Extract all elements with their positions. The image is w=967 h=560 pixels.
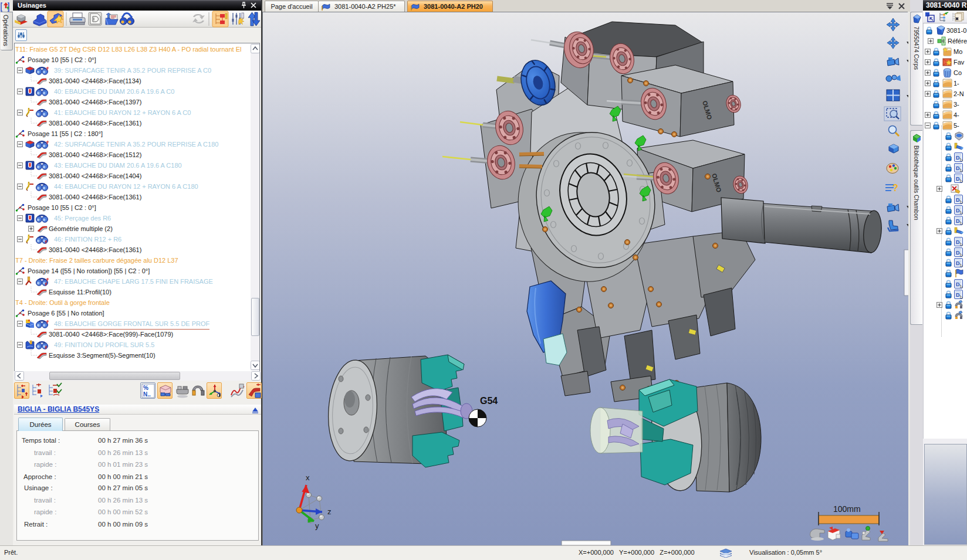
svg-text:?: ?	[892, 183, 898, 193]
svg-text:D: D	[956, 218, 960, 224]
svg-text:D: D	[956, 165, 960, 171]
svg-text:D: D	[956, 250, 960, 256]
svg-text:D: D	[956, 197, 960, 203]
svg-text:z: z	[327, 507, 332, 516]
svg-text:N..: N..	[143, 391, 151, 398]
svg-text:D: D	[956, 292, 960, 298]
svg-text:100mm: 100mm	[833, 504, 861, 514]
svg-text:D: D	[956, 155, 960, 161]
svg-text:D: D	[956, 208, 960, 213]
svg-text:G54: G54	[480, 396, 498, 406]
svg-text:D: D	[956, 281, 960, 287]
svg-text:y: y	[315, 521, 319, 530]
svg-text:x: x	[306, 473, 310, 482]
svg-text:D: D	[956, 239, 960, 245]
svg-text:D: D	[956, 260, 960, 266]
svg-text:%: %	[143, 385, 148, 391]
svg-text:D: D	[956, 176, 960, 182]
